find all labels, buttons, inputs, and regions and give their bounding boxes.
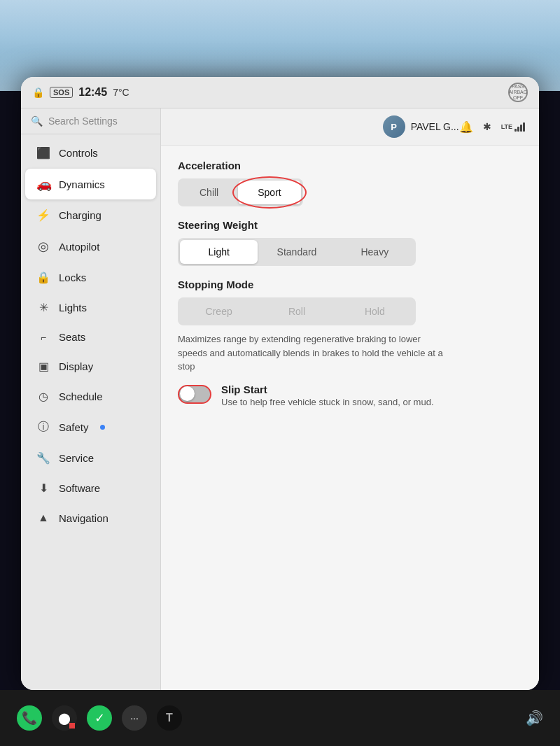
bottom-icons-left: 📞 ⬤ ✓ ··· T xyxy=(17,705,182,731)
volume-icon[interactable]: 🔊 xyxy=(526,710,543,726)
sos-badge: SOS xyxy=(50,87,73,98)
username: PAVEL G... xyxy=(411,121,459,132)
sidebar-label-display: Display xyxy=(59,360,93,372)
sidebar-label-controls: Controls xyxy=(59,147,98,159)
acceleration-chill-btn[interactable]: Chill xyxy=(180,181,238,204)
sidebar-item-locks[interactable]: 🔒 Locks xyxy=(25,263,156,292)
status-bar: 🔒 SOS 12:45 7°C PASSAIRBAGOFF xyxy=(21,77,539,108)
slip-start-desc: Use to help free vehicle stuck in snow, … xyxy=(221,397,434,407)
tesla-screen: 🔒 SOS 12:45 7°C PASSAIRBAGOFF 🔍 Search S… xyxy=(21,77,539,690)
signal-bar-4 xyxy=(523,122,525,132)
sidebar-label-safety: Safety xyxy=(59,421,89,433)
slip-start-info: Slip Start Use to help free vehicle stuc… xyxy=(221,383,434,407)
tesla-icon[interactable]: T xyxy=(157,705,182,731)
safety-notification-dot xyxy=(100,425,105,430)
sidebar-label-software: Software xyxy=(59,482,100,494)
seats-icon: ⌐ xyxy=(36,332,50,343)
screen-wrapper: 🔒 SOS 12:45 7°C PASSAIRBAGOFF 🔍 Search S… xyxy=(0,0,560,746)
stopping-hold-btn[interactable]: Hold xyxy=(336,300,414,323)
check-icon[interactable]: ✓ xyxy=(87,705,112,731)
sidebar-label-schedule: Schedule xyxy=(59,390,103,402)
sidebar-label-locks: Locks xyxy=(59,272,86,283)
sidebar-item-seats[interactable]: ⌐ Seats xyxy=(25,323,156,351)
locks-icon: 🔒 xyxy=(36,271,50,284)
search-bar[interactable]: 🔍 Search Settings xyxy=(21,108,160,134)
sidebar-item-safety[interactable]: ⓘ Safety xyxy=(25,412,156,442)
search-icon: 🔍 xyxy=(31,115,43,127)
service-icon: 🔧 xyxy=(36,451,50,465)
stopping-mode-label: Stopping Mode xyxy=(178,279,522,290)
navigation-icon: ▲ xyxy=(36,512,50,524)
sidebar-label-dynamics: Dynamics xyxy=(59,178,105,190)
sidebar-label-charging: Charging xyxy=(59,209,102,221)
steering-weight-label: Steering Weight xyxy=(178,219,522,231)
user-info: P PAVEL G... xyxy=(383,115,459,138)
sidebar-item-charging[interactable]: ⚡ Charging xyxy=(25,201,156,230)
stopping-creep-btn[interactable]: Creep xyxy=(180,300,258,323)
schedule-icon: ◷ xyxy=(36,390,50,403)
stopping-roll-btn[interactable]: Roll xyxy=(258,300,335,323)
steering-weight-btn-group: Light Standard Heavy xyxy=(178,238,416,266)
signal-bar-2 xyxy=(517,127,519,132)
acceleration-btn-group: Chill Sport xyxy=(178,178,303,206)
charging-icon: ⚡ xyxy=(36,209,50,222)
toggle-thumb xyxy=(180,386,195,401)
sidebar-label-lights: Lights xyxy=(59,302,87,314)
status-temp: 7°C xyxy=(113,87,130,98)
sidebar-item-controls[interactable]: ⬛ Controls xyxy=(25,139,156,167)
status-time: 12:45 xyxy=(78,86,107,99)
steering-light-btn[interactable]: Light xyxy=(180,240,258,264)
bottom-icons-right: 🔊 xyxy=(526,710,543,726)
dynamics-settings: Acceleration Chill Sport Steering Weight… xyxy=(161,146,539,421)
signal-bar-1 xyxy=(514,129,517,132)
camera-dot xyxy=(69,723,75,729)
sidebar-item-software[interactable]: ⬇ Software xyxy=(25,474,156,502)
sidebar-item-autopilot[interactable]: ◎ Autopilot xyxy=(25,231,156,262)
sidebar: 🔍 Search Settings ⬛ Controls 🚗 Dynamics … xyxy=(21,108,161,690)
sidebar-item-service[interactable]: 🔧 Service xyxy=(25,444,156,472)
controls-icon: ⬛ xyxy=(36,146,50,160)
phone-icon[interactable]: 📞 xyxy=(17,705,42,731)
autopilot-icon: ◎ xyxy=(36,239,50,254)
lights-icon: ✳ xyxy=(36,301,50,314)
avatar: P xyxy=(383,115,405,138)
sidebar-item-lights[interactable]: ✳ Lights xyxy=(25,293,156,322)
search-placeholder: Search Settings xyxy=(48,115,118,127)
header-icons: 🔔 ✱ LTE xyxy=(459,120,525,134)
lock-icon: 🔒 xyxy=(32,87,44,98)
software-icon: ⬇ xyxy=(36,481,50,495)
display-icon: ▣ xyxy=(36,360,50,373)
header-bar: P PAVEL G... 🔔 ✱ LTE xyxy=(161,108,539,146)
toggle-track[interactable] xyxy=(178,385,211,404)
bluetooth-icon[interactable]: ✱ xyxy=(483,121,491,132)
notification-icon[interactable]: 🔔 xyxy=(459,120,473,134)
status-left: 🔒 SOS 12:45 7°C xyxy=(32,86,130,99)
acceleration-label: Acceleration xyxy=(178,160,522,171)
bottom-bar: 📞 ⬤ ✓ ··· T 🔊 xyxy=(0,690,560,746)
slip-start-row: Slip Start Use to help free vehicle stuc… xyxy=(178,383,522,407)
slip-start-toggle[interactable] xyxy=(178,385,211,404)
status-right: PASSAIRBAGOFF xyxy=(508,83,528,102)
sidebar-label-navigation: Navigation xyxy=(59,512,108,524)
airbag-indicator: PASSAIRBAGOFF xyxy=(508,83,528,102)
slip-start-title: Slip Start xyxy=(221,383,434,395)
signal-bars xyxy=(514,122,525,132)
sidebar-item-navigation[interactable]: ▲ Navigation xyxy=(25,504,156,532)
sidebar-item-display[interactable]: ▣ Display xyxy=(25,352,156,381)
acceleration-sport-btn[interactable]: Sport xyxy=(238,181,300,204)
steering-heavy-btn[interactable]: Heavy xyxy=(336,240,414,264)
signal-bar-3 xyxy=(520,125,522,132)
nav-items: ⬛ Controls 🚗 Dynamics ⚡ Charging ◎ Autop… xyxy=(21,134,160,690)
steering-standard-btn[interactable]: Standard xyxy=(258,240,335,264)
main-panel: P PAVEL G... 🔔 ✱ LTE xyxy=(161,108,539,690)
sidebar-label-seats: Seats xyxy=(59,331,85,343)
signal-area: LTE xyxy=(501,122,525,132)
sidebar-label-autopilot: Autopilot xyxy=(59,241,99,253)
content-area: 🔍 Search Settings ⬛ Controls 🚗 Dynamics … xyxy=(21,108,539,690)
lte-label: LTE xyxy=(501,123,512,130)
dynamics-icon: 🚗 xyxy=(36,176,50,192)
sidebar-item-schedule[interactable]: ◷ Schedule xyxy=(25,382,156,411)
dots-icon[interactable]: ··· xyxy=(122,705,147,731)
camera-icon[interactable]: ⬤ xyxy=(52,705,77,731)
sidebar-item-dynamics[interactable]: 🚗 Dynamics xyxy=(25,169,156,199)
